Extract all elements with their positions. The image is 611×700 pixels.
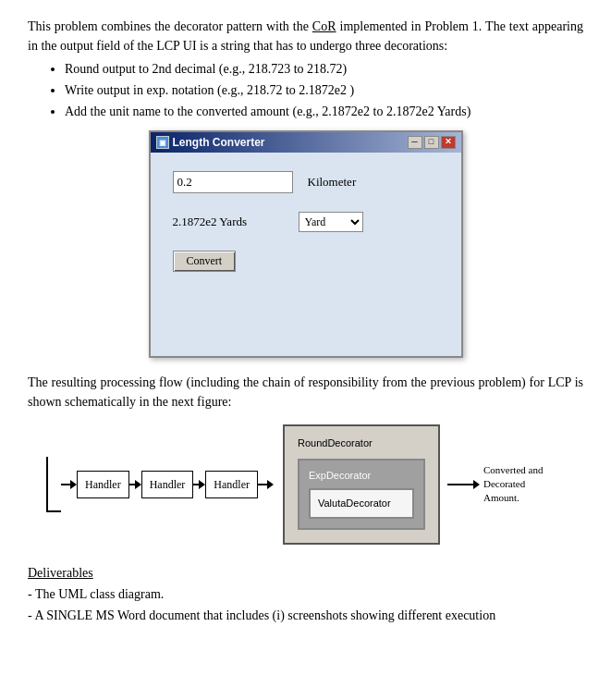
arrowhead-1 <box>70 480 77 489</box>
length-converter-window: ▣ Length Converter ─ □ ✕ Kilometer 2.187… <box>149 130 463 358</box>
right-label: Converted andDecoratedAmount. <box>483 463 543 506</box>
bracket-vertical <box>46 457 48 512</box>
description-para1: This problem combines the decorator patt… <box>28 17 583 55</box>
minimize-button[interactable]: ─ <box>408 136 422 149</box>
arrowhead-2 <box>135 480 141 489</box>
round-decorator-label: RoundDecorator <box>298 436 425 451</box>
valuta-decorator-label: ValutaDecorator <box>318 496 405 511</box>
output-value: 2.1872e2 Yards <box>173 213 284 231</box>
bracket-horizontal <box>48 510 61 512</box>
deliverables-heading: Deliverables <box>28 563 583 583</box>
bullet-item-1: Round output to 2nd decimal (e.g., 218.7… <box>65 59 583 79</box>
convert-button[interactable]: Convert <box>173 251 237 272</box>
left-bracket <box>46 457 61 512</box>
exp-decorator-label: ExpDecorator <box>309 468 414 484</box>
window-body: Kilometer 2.1872e2 Yards Yard Meter Mile… <box>151 153 461 356</box>
arrow-line-1 <box>61 484 70 485</box>
titlebar-left: ▣ Length Converter <box>156 134 265 151</box>
flow-description: The resulting processing flow (including… <box>28 373 583 411</box>
unit-select[interactable]: Yard Meter Mile Foot <box>299 212 363 232</box>
deliverables-section: Deliverables - The UML class diagram. - … <box>28 563 583 625</box>
arrow-1 <box>61 480 77 489</box>
arrow-to-decorator <box>258 480 274 489</box>
output-row: 2.1872e2 Yards Yard Meter Mile Foot <box>173 212 439 232</box>
window-title: Length Converter <box>173 134 265 151</box>
window-icon: ▣ <box>156 136 169 149</box>
cor-link: CoR <box>312 19 336 33</box>
flow-section: The resulting processing flow (including… <box>28 373 583 545</box>
close-button[interactable]: ✕ <box>441 136 456 149</box>
input-unit-label: Kilometer <box>308 173 357 191</box>
titlebar: ▣ Length Converter ─ □ ✕ <box>151 132 461 153</box>
titlebar-buttons[interactable]: ─ □ ✕ <box>408 136 456 149</box>
deliverable-line1: - The UML class diagram. <box>28 584 583 604</box>
handler-box-1: Handler <box>77 471 129 498</box>
arrowhead-4 <box>267 480 274 489</box>
bullet-item-2: Write output in exp. notation (e.g., 218… <box>65 80 583 100</box>
arrow-3 <box>193 480 205 489</box>
bullet-list: Round output to 2nd decimal (e.g., 218.7… <box>65 59 583 121</box>
arrowhead-3 <box>199 480 205 489</box>
description-section: This problem combines the decorator patt… <box>28 17 583 121</box>
handlers-row: Handler Handler Handler <box>61 471 258 498</box>
exp-decorator-box: ExpDecorator ValutaDecorator <box>298 459 425 530</box>
round-decorator-box: RoundDecorator ExpDecorator ValutaDecora… <box>283 424 440 545</box>
input-row: Kilometer <box>173 171 439 193</box>
input-field[interactable] <box>173 171 293 193</box>
handler-box-3: Handler <box>205 471 258 498</box>
deliverables-underline: Deliverables <box>28 566 93 580</box>
unit-select-wrapper: Yard Meter Mile Foot <box>299 212 363 232</box>
convert-button-row: Convert <box>173 251 439 272</box>
diagram: Handler Handler Handler RoundDecorator E… <box>46 424 583 545</box>
bullet-item-3: Add the unit name to the converted amoun… <box>65 102 583 121</box>
right-output: Converted andDecoratedAmount. <box>447 463 543 506</box>
arrow-line-4 <box>258 484 267 485</box>
arrow-2 <box>129 480 141 489</box>
restore-button[interactable]: □ <box>424 136 439 149</box>
valuta-decorator-box: ValutaDecorator <box>309 488 414 519</box>
right-arrow-line <box>447 484 473 485</box>
handler-box-2: Handler <box>141 471 194 498</box>
right-arrowhead <box>473 480 480 489</box>
deliverable-line2: - A SINGLE MS Word document that include… <box>28 606 583 625</box>
window-wrapper: ▣ Length Converter ─ □ ✕ Kilometer 2.187… <box>28 130 583 358</box>
